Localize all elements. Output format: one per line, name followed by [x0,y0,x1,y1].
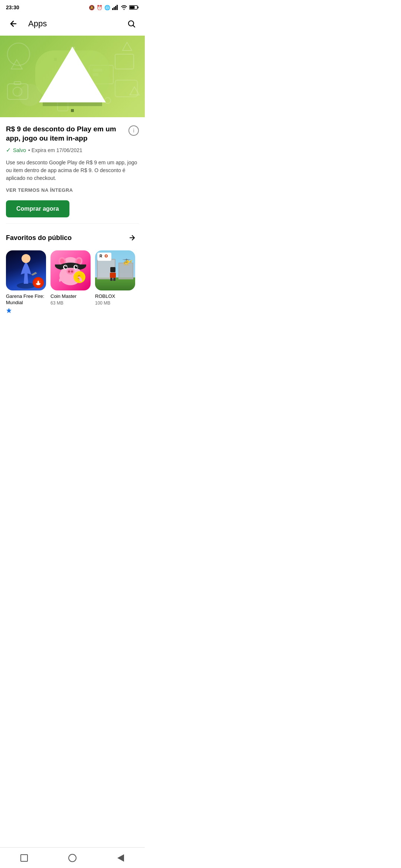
battery-icon: 66 [129,5,139,10]
svg-marker-13 [130,87,139,95]
svg-point-41 [66,266,67,267]
svg-text:66: 66 [130,7,133,9]
app-bar: Apps [0,13,145,36]
app-name: ROBLOX [95,293,135,300]
list-item[interactable]: 🚁 R ROBLOX 100 MB [95,250,135,314]
award-icon [6,308,46,314]
section-title: Favoritos do público [6,234,72,242]
svg-rect-15 [115,80,137,97]
mute-icon: 🔕 [89,5,95,10]
svg-point-28 [22,254,30,263]
see-more-button[interactable] [125,231,139,244]
svg-text:R: R [100,254,102,258]
app-icon-coinmaster: $ [50,250,91,290]
promo-title: R$ 9 de desconto do Play em um app, jogo… [6,125,125,143]
svg-point-9 [7,43,30,65]
svg-marker-29 [6,308,12,313]
svg-point-45 [71,270,73,273]
svg-marker-12 [123,42,132,50]
app-icon-freefire [6,250,46,290]
promo-card: R$ 9 de desconto do Play em um app, jogo… [0,117,145,223]
promo-header: R$ 9 de desconto do Play em um app, jogo… [6,125,139,143]
app-size: 63 MB [50,300,91,306]
saved-label: Salvo [13,147,26,153]
svg-rect-3 [117,5,118,10]
check-icon: ✓ [6,147,11,154]
svg-marker-11 [11,60,22,69]
status-icons: 🔕 ⏰ 🌐 66 [89,5,139,10]
app-list: Garena Free Fire: Mundial [6,250,139,318]
svg-rect-2 [115,6,116,10]
promo-banner [0,36,145,117]
app-icon-roblox: 🚁 R [95,250,135,290]
app-name: Garena Free Fire: Mundial [6,293,46,306]
buy-now-button[interactable]: Comprar agora [6,200,69,217]
svg-point-43 [66,269,75,274]
list-item[interactable]: $ Coin Master 63 MB [50,250,91,314]
svg-point-44 [68,270,70,273]
favorites-section: Favoritos do público [0,224,145,322]
app-name: Coin Master [50,293,91,300]
info-icon[interactable]: i [128,125,139,136]
svg-rect-14 [115,54,134,69]
section-header: Favoritos do público [6,231,139,244]
wifi-icon [121,5,127,10]
page-title: Apps [28,19,124,29]
back-button[interactable] [6,16,21,31]
status-bar: 23:30 🔕 ⏰ 🌐 66 [0,0,145,13]
svg-rect-5 [138,7,139,9]
status-time: 23:30 [6,4,19,10]
promo-saved-status: ✓ Salvo • Expira em 17/06/2021 [6,147,139,154]
signal-icon [112,5,119,10]
promo-description: Use seu desconto Google Play de R$ 9 em … [6,159,139,182]
svg-rect-1 [114,7,115,10]
search-button[interactable] [124,16,139,31]
svg-rect-0 [112,8,113,10]
svg-point-52 [105,255,107,257]
app-size: 100 MB [95,300,135,306]
globe-icon: 🌐 [104,5,110,10]
expiry-text: • Expira em 17/06/2021 [28,147,82,153]
alarm-icon: ⏰ [97,5,102,10]
list-item[interactable]: Garena Free Fire: Mundial [6,250,46,314]
svg-point-42 [76,266,77,267]
terms-link[interactable]: VER TERMOS NA ÍNTEGRA [6,187,139,193]
